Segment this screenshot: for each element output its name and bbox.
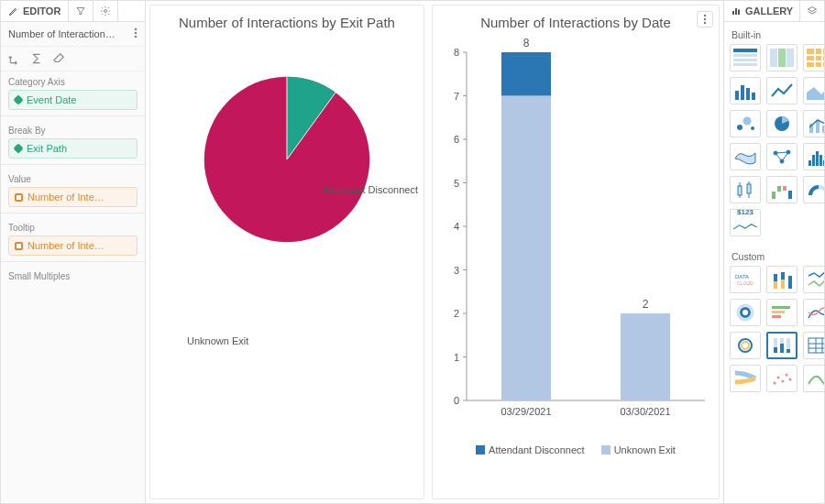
svg-rect-39 (733, 63, 757, 66)
thumb-stacked-bar[interactable] (766, 266, 798, 293)
thumb-kpi[interactable]: $123 (730, 209, 761, 236)
thumb-curve[interactable] (803, 365, 824, 392)
custom-grid: DATACLOUD (724, 266, 824, 400)
svg-point-106 (777, 377, 780, 379)
card-bar[interactable]: Number of Interactions by Date 0 1 2 3 4 (432, 5, 720, 499)
chip-text: Exit Path (27, 143, 67, 154)
chip-value[interactable]: Number of Inte… (8, 187, 138, 207)
bar-total-0: 8 (523, 37, 530, 49)
svg-rect-97 (780, 344, 784, 353)
layers-button[interactable] (800, 1, 824, 21)
thumb-grid-matrix[interactable] (803, 44, 824, 71)
svg-text:7: 7 (454, 91, 459, 102)
svg-rect-30 (501, 96, 551, 401)
svg-rect-48 (735, 91, 739, 100)
module-title-row: Number of Interaction… (1, 22, 145, 47)
thumb-radial[interactable] (730, 332, 761, 359)
section-label: Category Axis (8, 77, 138, 87)
thumb-grid-columns[interactable] (766, 44, 798, 71)
svg-rect-76 (772, 192, 776, 199)
tab-gallery-label: GALLERY (745, 5, 793, 16)
section-label: Tooltip (8, 223, 138, 233)
editor-tool-row (1, 47, 145, 71)
svg-point-105 (774, 382, 776, 385)
svg-rect-49 (741, 85, 744, 100)
thumb-boxplot[interactable] (730, 176, 761, 203)
svg-text:4: 4 (454, 221, 459, 232)
thumb-histogram[interactable] (803, 143, 824, 170)
section-category-axis: Category Axis Event Date (1, 71, 145, 112)
svg-text:0: 0 (454, 395, 459, 406)
legend-item-unknown[interactable]: Unknown Exit (601, 444, 676, 455)
svg-text:DATA: DATA (735, 274, 749, 279)
svg-rect-41 (778, 49, 786, 67)
svg-rect-73 (747, 184, 751, 193)
thumb-stacked-bar-pct[interactable] (766, 332, 798, 359)
thumb-line[interactable] (766, 77, 798, 104)
svg-rect-36 (733, 49, 757, 52)
pie-label-unknown: Unknown Exit (187, 335, 248, 346)
thumb-table-viz[interactable] (803, 332, 824, 359)
thumb-combo[interactable] (803, 110, 824, 137)
svg-rect-40 (770, 49, 777, 67)
svg-text:6: 6 (454, 134, 459, 145)
section-value: Value Number of Inte… (1, 169, 145, 209)
thumb-lines-multi[interactable] (803, 299, 824, 326)
svg-point-8 (704, 18, 706, 20)
gallery-header: GALLERY (724, 1, 824, 22)
builtin-grid: $123 (724, 44, 824, 244)
thumb-sunburst[interactable] (730, 299, 761, 326)
gallery-panel: GALLERY Built-in $123 Custom (723, 1, 824, 503)
thumb-area[interactable] (803, 77, 824, 104)
svg-rect-33 (732, 11, 734, 15)
chip-tooltip[interactable]: Number of Inte… (8, 236, 138, 256)
thumb-hbar[interactable] (766, 299, 798, 326)
thumb-sparklines[interactable] (803, 266, 824, 293)
chip-glyph-icon (13, 94, 23, 104)
svg-rect-35 (738, 10, 740, 16)
card-menu-button[interactable] (697, 11, 713, 27)
thumb-wordcloud[interactable]: DATACLOUD (730, 266, 761, 293)
thumb-waterfall[interactable] (766, 176, 798, 203)
legend-item-attendant[interactable]: Attendant Disconnect (476, 444, 585, 455)
gallery-section-builtin: Built-in (724, 22, 824, 44)
thumb-bar[interactable] (730, 77, 761, 104)
svg-rect-67 (816, 151, 819, 166)
swap-axes-icon[interactable] (8, 52, 21, 65)
thumb-sankey[interactable] (730, 365, 761, 392)
thumb-gauge[interactable] (803, 176, 824, 203)
settings-button[interactable] (94, 1, 118, 21)
chip-exit-path[interactable]: Exit Path (8, 138, 138, 159)
svg-rect-79 (788, 191, 792, 199)
svg-text:2: 2 (454, 308, 459, 319)
svg-rect-58 (822, 126, 824, 133)
filter-icon (75, 5, 86, 16)
module-menu-button[interactable] (134, 27, 138, 40)
svg-text:5: 5 (454, 178, 459, 189)
chip-text: Number of Inte… (28, 240, 104, 251)
thumb-pie[interactable] (766, 110, 798, 137)
gallery-section-custom: Custom (724, 244, 824, 266)
sigma-icon[interactable] (30, 52, 43, 65)
thumb-geo[interactable] (730, 143, 761, 170)
thumb-scatter[interactable] (766, 365, 798, 392)
tab-gallery[interactable]: GALLERY (724, 1, 800, 21)
svg-point-1 (135, 28, 138, 31)
section-tooltip: Tooltip Number of Inte… (1, 217, 145, 257)
thumb-grid-simple[interactable] (730, 44, 761, 71)
svg-point-0 (104, 10, 107, 13)
eraser-icon[interactable] (52, 52, 65, 65)
bar-legend: Attendant Disconnect Unknown Exit (476, 444, 676, 455)
tab-editor[interactable]: EDITOR (1, 1, 69, 21)
card-pie[interactable]: Number of Interactions by Exit Path Atte… (149, 5, 424, 499)
thumb-network[interactable] (766, 143, 798, 170)
chip-event-date[interactable]: Event Date (8, 90, 138, 110)
chart-title: Number of Interactions by Date (480, 15, 671, 30)
thumb-bubble[interactable] (730, 110, 761, 137)
chip-glyph-icon (13, 143, 23, 153)
svg-rect-50 (746, 88, 750, 100)
filter-button[interactable] (69, 1, 94, 21)
svg-point-109 (789, 378, 792, 381)
x-tick-0: 03/29/2021 (500, 406, 551, 417)
app-root: EDITOR Number of Interaction… Category A… (0, 0, 825, 504)
